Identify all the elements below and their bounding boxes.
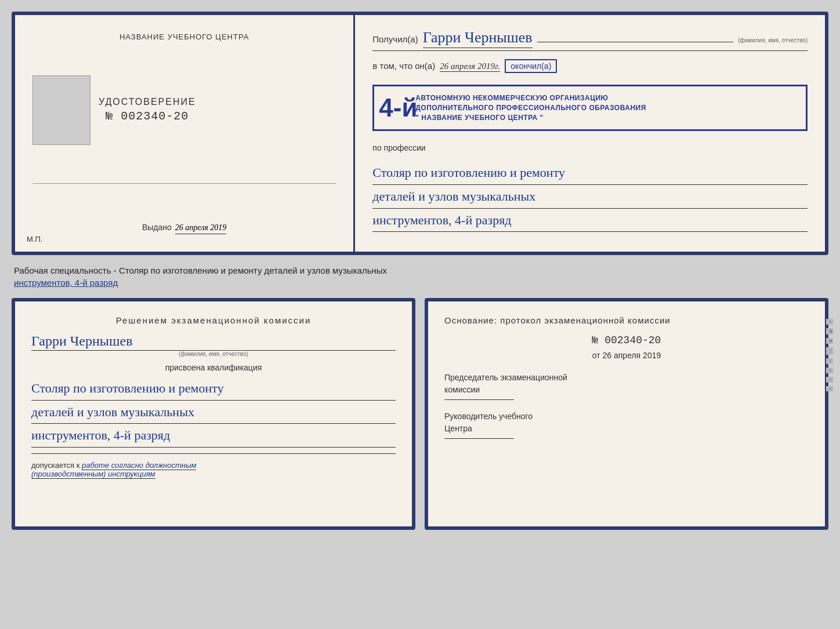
- bottom-cards: Решением экзаменационной комиссии Гарри …: [12, 298, 828, 530]
- fio-label: (фамилия, имя, отчество): [738, 37, 808, 43]
- stamp-text: АВТОНОМНУЮ НЕКОММЕРЧЕСКУЮ ОРГАНИЗАЦИЮ ДО…: [415, 93, 796, 122]
- qual-line2: деталей и узлов музыкальных: [31, 401, 396, 424]
- caption-text: Рабочая специальность - Столяр по изгото…: [12, 264, 828, 277]
- head-signature-line: [444, 438, 514, 439]
- vtom-block: в том, что он(а) 26 апреля 2019г. окончи…: [372, 59, 808, 73]
- chairman-label2: комиссии: [444, 384, 809, 396]
- profession-line2: деталей и узлов музыкальных: [372, 185, 808, 209]
- bottom-right-card: Основание: протокол экзаменационной коми…: [425, 298, 828, 530]
- decision-title: Решением экзаменационной комиссии: [31, 315, 396, 325]
- issued-date: 26 апреля 2019: [175, 223, 226, 234]
- chairman-block: Председатель экзаменационной комиссии: [444, 372, 809, 400]
- protocol-number: № 002340-20: [444, 335, 809, 346]
- admitted-text2: (производственным) инструкциям: [31, 470, 155, 479]
- recipient-name: Гарри Чернышев: [423, 29, 533, 48]
- qual-line1: Столяр по изготовлению и ремонту: [31, 377, 396, 401]
- profession-label: по профессии: [372, 143, 425, 152]
- from-date: от 26 апреля 2019: [444, 351, 809, 360]
- admitted-block: допускается к работе согласно должностны…: [31, 461, 396, 478]
- profession-line3: инструментов, 4-й разряд: [372, 209, 808, 232]
- profession-text: Столяр по изготовлению и ремонту деталей…: [372, 161, 808, 232]
- profession-line1: Столяр по изготовлению и ремонту: [372, 161, 808, 185]
- school-name-label: НАЗВАНИЕ УЧЕБНОГО ЦЕНТРА: [120, 32, 249, 41]
- chairman-label: Председатель экзаменационной: [444, 372, 809, 384]
- name-block: Гарри Чернышев (фамилия, имя, отчество): [31, 333, 396, 357]
- head-label2: Центра: [444, 423, 809, 435]
- caption-text2: инструментов, 4-й разряд: [12, 277, 828, 289]
- right-side-tabs: – И а ← – – –: [826, 15, 828, 252]
- basis-title: Основание: протокол экзаменационной коми…: [444, 315, 809, 325]
- page-wrapper: НАЗВАНИЕ УЧЕБНОГО ЦЕНТРА УДОСТОВЕРЕНИЕ №…: [12, 12, 828, 530]
- top-diploma-card: НАЗВАНИЕ УЧЕБНОГО ЦЕНТРА УДОСТОВЕРЕНИЕ №…: [12, 12, 828, 255]
- stamp-line1: АВТОНОМНУЮ НЕКОММЕРЧЕСКУЮ ОРГАНИЗАЦИЮ: [415, 93, 796, 103]
- mp-label: М.П.: [27, 235, 42, 243]
- from-prefix: от: [592, 351, 600, 360]
- from-date-val: 26 апреля 2019: [603, 351, 661, 360]
- date-handwritten: 26 апреля 2019г.: [440, 61, 500, 72]
- caption-line1: Рабочая специальность - Столяр по изгото…: [14, 266, 387, 275]
- qualification-text: Столяр по изготовлению и ремонту деталей…: [31, 377, 396, 448]
- stamp-line3: " НАЗВАНИЕ УЧЕБНОГО ЦЕНТРА ": [415, 113, 796, 123]
- bottom-left-card: Решением экзаменационной комиссии Гарри …: [12, 298, 415, 530]
- cert-middle: УДОСТОВЕРЕНИЕ № 002340-20: [99, 97, 196, 123]
- photo-placeholder: [32, 75, 90, 145]
- stamp-line2: ДОПОЛНИТЕЛЬНОГО ПРОФЕССИОНАЛЬНОГО ОБРАЗО…: [415, 103, 796, 113]
- vtom-label: в том, что он(а): [372, 61, 435, 71]
- qual-line3: инструментов, 4-й разряд: [31, 424, 396, 448]
- issued-label: Выдано: [142, 223, 172, 232]
- caption-block: Рабочая специальность - Столяр по изгото…: [12, 264, 828, 289]
- admitted-text: работе согласно должностным: [82, 461, 196, 470]
- bottom-person-name: Гарри Чернышев: [31, 333, 132, 348]
- chairman-signature-line: [444, 399, 514, 400]
- head-label: Руководитель учебного: [444, 410, 809, 423]
- bottom-fio-label: (фамилия, имя, отчество): [31, 351, 396, 357]
- cert-title: УДОСТОВЕРЕНИЕ: [99, 97, 196, 107]
- stamp-box: 4-й АВТОНОМНУЮ НЕКОММЕРЧЕСКУЮ ОРГАНИЗАЦИ…: [372, 85, 808, 131]
- diploma-right: Получил(а) Гарри Чернышев (фамилия, имя,…: [355, 15, 825, 252]
- okoncil-box: окончил(а): [505, 59, 557, 73]
- diploma-left: НАЗВАНИЕ УЧЕБНОГО ЦЕНТРА УДОСТОВЕРЕНИЕ №…: [15, 15, 355, 252]
- admitted-prefix: допускается к: [31, 461, 79, 470]
- assigned-text: присвоена квалификация: [31, 363, 396, 372]
- caption-line2: инструментов, 4-й разряд: [14, 278, 118, 288]
- right-side-tabs-2: – И а ← – – – –: [826, 301, 833, 526]
- cert-number: № 002340-20: [99, 110, 196, 123]
- stamp-number: 4-й: [379, 93, 417, 122]
- received-label: Получил(а): [372, 34, 418, 44]
- head-block: Руководитель учебного Центра: [444, 410, 809, 439]
